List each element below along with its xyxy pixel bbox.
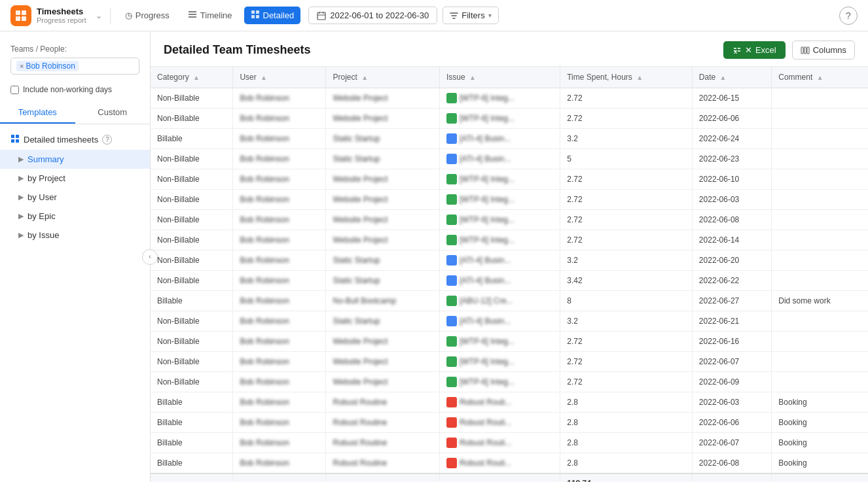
cell-category: Non-Billable (151, 332, 233, 352)
svg-rect-21 (801, 47, 803, 54)
sidebar-item-by-user[interactable]: ▶ by User (0, 188, 150, 207)
help-circle-icon[interactable]: ? (102, 135, 112, 145)
table-row: Non-Billable Bob Robinson Website Projec… (151, 372, 868, 392)
cell-time: 2.72 (560, 210, 693, 230)
excel-label: Excel (755, 45, 776, 55)
timeline-view-button[interactable]: Timeline (181, 7, 239, 24)
cell-category: Billable (151, 392, 233, 413)
col-user[interactable]: User ▲ (233, 67, 326, 88)
table-row: Non-Billable Bob Robinson Website Projec… (151, 332, 868, 352)
cell-issue: [WTP-6] Integ... (439, 352, 560, 372)
cell-time: 2.72 (560, 169, 693, 190)
cell-user: Bob Robinson (233, 392, 326, 413)
filters-label: Filters (461, 10, 484, 20)
detailed-timesheets-label: Detailed timesheets (24, 135, 98, 145)
cell-time: 3.2 (560, 250, 693, 271)
cell-category: Non-Billable (151, 190, 233, 210)
cell-user: Bob Robinson (233, 291, 326, 311)
cell-project: Static Startup (326, 129, 439, 149)
detailed-icon (251, 10, 260, 21)
table-container[interactable]: Category ▲ User ▲ Project ▲ Issue (151, 67, 868, 482)
filters-button[interactable]: Filters ▾ (443, 7, 498, 24)
include-nonworking-checkbox[interactable] (10, 86, 19, 94)
progress-icon: ◷ (125, 10, 132, 20)
svg-rect-2 (16, 16, 20, 21)
table-row: Non-Billable Bob Robinson Website Projec… (151, 230, 868, 250)
cell-comment (772, 129, 868, 149)
col-date[interactable]: Date ▲ (692, 67, 771, 88)
teams-section: Teams / People: × Bob Robinson (0, 39, 150, 80)
tab-custom[interactable]: Custom (75, 102, 151, 124)
footer-user (233, 473, 326, 482)
title-chevron-icon[interactable]: ⌄ (96, 11, 102, 20)
issue-text: [WTP-6] Integ... (460, 235, 515, 245)
sidebar-item-by-epic[interactable]: ▶ by Epic (0, 207, 150, 226)
date-range-button[interactable]: 2022-06-01 to 2022-06-30 (308, 7, 437, 24)
sort-icon-project: ▲ (361, 74, 368, 81)
cell-user: Bob Robinson (233, 372, 326, 392)
columns-button[interactable]: Columns (792, 41, 855, 60)
timesheets-table: Category ▲ User ▲ Project ▲ Issue (151, 67, 868, 482)
cell-comment (772, 149, 868, 169)
cell-category: Non-Billable (151, 149, 233, 169)
table-row: Non-Billable Bob Robinson Website Projec… (151, 109, 868, 129)
svg-rect-7 (251, 10, 255, 14)
cell-time: 3.42 (560, 271, 693, 291)
cell-date: 2022-06-24 (692, 129, 771, 149)
tab-templates[interactable]: Templates (0, 102, 75, 124)
cell-time: 2.8 (560, 453, 693, 474)
sidebar-item-detailed-timesheets[interactable]: Detailed timesheets ? (0, 129, 150, 150)
sidebar-item-summary[interactable]: ▶ Summary (0, 150, 150, 169)
cell-date: 2022-06-07 (692, 352, 771, 372)
col-project[interactable]: Project ▲ (326, 67, 439, 88)
detailed-view-button[interactable]: Detailed (244, 7, 301, 24)
app-icon (10, 5, 31, 26)
cell-time: 2.72 (560, 88, 693, 109)
sidebar-collapse-button[interactable]: ‹ (142, 249, 158, 265)
footer-comment (772, 473, 868, 482)
include-nonworking-row[interactable]: Include non-working days (0, 80, 150, 99)
help-button[interactable]: ? (839, 7, 858, 25)
issue-badge (446, 194, 457, 205)
col-time-spent[interactable]: Time Spent, Hours ▲ (560, 67, 693, 88)
table-row: Non-Billable Bob Robinson Website Projec… (151, 210, 868, 230)
col-issue[interactable]: Issue ▲ (439, 67, 560, 88)
sidebar: Teams / People: × Bob Robinson Include n… (0, 31, 151, 482)
svg-rect-18 (16, 139, 19, 143)
sidebar-item-by-issue[interactable]: ▶ by Issue (0, 226, 150, 245)
table-row: Non-Billable Bob Robinson Static Startup… (151, 311, 868, 332)
app-title-group: Timesheets Progress report (37, 7, 86, 24)
issue-text: [WTP-6] Integ... (460, 175, 515, 184)
cell-time: 2.72 (560, 352, 693, 372)
cell-project: Website Project (326, 372, 439, 392)
sidebar-tabs: Templates Custom (0, 102, 150, 124)
col-category[interactable]: Category ▲ (151, 67, 233, 88)
cell-issue: [WTP-6] Integ... (439, 169, 560, 190)
cell-date: 2022-06-20 (692, 250, 771, 271)
sort-icon-comment: ▲ (817, 74, 823, 81)
cell-user: Bob Robinson (233, 129, 326, 149)
table-row: Billable Bob Robinson Static Startup [AT… (151, 129, 868, 149)
sidebar-item-by-project[interactable]: ▶ by Project (0, 169, 150, 188)
cell-user: Bob Robinson (233, 250, 326, 271)
table-row: Billable Bob Robinson Robust Routine Rob… (151, 453, 868, 474)
issue-badge (446, 316, 457, 326)
cell-issue: [WTP-6] Integ... (439, 210, 560, 230)
help-icon: ? (846, 10, 851, 21)
cell-issue: [WTP-6] Integ... (439, 88, 560, 109)
cell-issue: [ATI-4] Busin... (439, 311, 560, 332)
people-input[interactable]: × Bob Robinson (10, 58, 139, 75)
by-issue-label: by Issue (27, 230, 59, 240)
tag-x-icon[interactable]: × (20, 62, 24, 70)
cell-time: 2.8 (560, 433, 693, 453)
footer-category (151, 473, 233, 482)
main-layout: Teams / People: × Bob Robinson Include n… (0, 31, 868, 482)
issue-badge (446, 296, 457, 306)
col-comment[interactable]: Comment ▲ (772, 67, 868, 88)
issue-text: Robust Routi... (460, 418, 511, 427)
cell-date: 2022-06-23 (692, 149, 771, 169)
cell-date: 2022-06-08 (692, 210, 771, 230)
excel-button[interactable]: X ✕ Excel (723, 41, 786, 59)
progress-view-button[interactable]: ◷ Progress (118, 7, 176, 24)
cell-user: Bob Robinson (233, 149, 326, 169)
